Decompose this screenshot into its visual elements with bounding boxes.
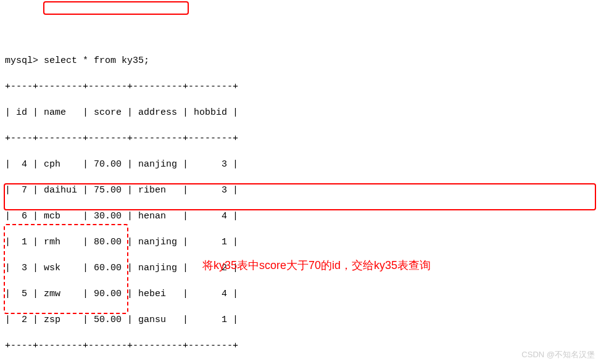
query-1: select * from ky35; <box>44 56 149 66</box>
table1-row: | 4 | cph | 70.00 | nanjing | 3 | <box>5 158 596 171</box>
mysql-prompt: mysql> <box>5 56 44 66</box>
table1-row: | 6 | mcb | 30.00 | henan | 4 | <box>5 210 596 223</box>
highlight-query2 <box>4 183 596 210</box>
highlight-table2 <box>4 224 128 314</box>
prompt-line-1: mysql> select * from ky35; <box>5 54 596 67</box>
table1-row: | 2 | zsp | 50.00 | gansu | 1 | <box>5 313 596 326</box>
annotation-text: 将ky35表中score大于70的id，交给ky35表查询 <box>202 258 431 273</box>
table1-border-bot: +----+--------+-------+---------+-------… <box>5 339 596 352</box>
table1-header-row: | id | name | score | address | hobbid | <box>5 106 596 119</box>
highlight-query1 <box>43 1 189 15</box>
table1-border-mid: +----+--------+-------+---------+-------… <box>5 132 596 145</box>
table1-border-top: +----+--------+-------+---------+-------… <box>5 80 596 93</box>
watermark: CSDN @不知名汉堡 <box>521 349 595 360</box>
